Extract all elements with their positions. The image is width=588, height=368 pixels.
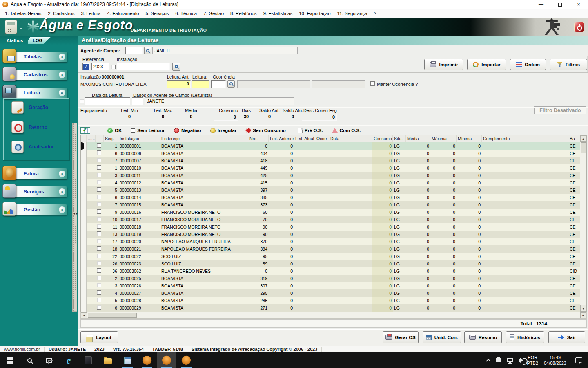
column-header-nro[interactable]: Nro.: [248, 135, 269, 142]
scroll-left-button[interactable]: ◄: [81, 312, 87, 318]
clock[interactable]: 15:4904/08/2023: [544, 355, 566, 366]
table-row[interactable]: 6000000029BOA VISTA27100LG000CE: [81, 304, 586, 312]
manter-ocorrencia-checkbox[interactable]: [370, 81, 375, 86]
log-tab[interactable]: LOG: [28, 37, 51, 44]
checkbox-cell[interactable]: [96, 289, 104, 297]
restore-button[interactable]: [550, 0, 569, 9]
chevron-up-icon[interactable]: »: [59, 90, 65, 96]
scroll-right-button[interactable]: ►: [580, 312, 586, 318]
column-header-seq[interactable]: Seq.: [104, 135, 118, 142]
sidebar-item-geração[interactable]: Geração: [11, 101, 48, 114]
checkbox-cell[interactable]: [96, 142, 104, 150]
chevron-down-icon[interactable]: »: [59, 72, 65, 78]
row-checkbox[interactable]: [97, 261, 101, 265]
table-row[interactable]: 26000000023SCO LUIZ5900LG000CE: [81, 260, 586, 267]
checkbox-cell[interactable]: [96, 194, 104, 201]
taskbar-system-window-icon[interactable]: [118, 352, 137, 368]
referencia-year-input[interactable]: 2023: [91, 63, 109, 70]
row-checkbox[interactable]: [97, 180, 101, 184]
row-checkbox[interactable]: [97, 143, 101, 148]
grid-check-icon[interactable]: [80, 127, 90, 134]
sidebar-item-analisador[interactable]: Analisador: [11, 141, 54, 153]
column-header-endereco[interactable]: Endereço: [160, 135, 248, 142]
chevron-down-icon[interactable]: »: [59, 206, 65, 213]
calculator-icon[interactable]: [5, 20, 17, 34]
row-checkbox[interactable]: [97, 173, 101, 177]
table-row[interactable]: 17000000020NAPOLEAO MARQUES FERREIRA3700…: [81, 238, 586, 245]
menu-item[interactable]: ?: [371, 10, 380, 17]
hist-ricos-button[interactable]: Históricos: [506, 331, 544, 343]
row-checkbox[interactable]: [97, 254, 101, 258]
row-checkbox[interactable]: [97, 187, 101, 192]
table-row[interactable]: 7000000007BOA VISTA41800LG000CE: [81, 157, 586, 164]
column-header-minima[interactable]: Mínima: [457, 135, 482, 142]
column-header-situ[interactable]: Situ.: [393, 135, 406, 142]
language-indicator[interactable]: PORPTB2: [527, 355, 538, 366]
taskbar-fiorilli-app-icon[interactable]: [137, 352, 157, 368]
taskbar-file-explorer-icon[interactable]: [98, 352, 118, 368]
row-checkbox[interactable]: [97, 276, 101, 280]
agente-code-input[interactable]: [125, 47, 143, 54]
column-header-maxima[interactable]: Máxima: [430, 135, 457, 142]
instalacao-checkbox[interactable]: [111, 65, 116, 69]
checkbox-cell[interactable]: [96, 231, 104, 238]
row-checkbox[interactable]: [97, 150, 101, 155]
column-header-leit-anterior[interactable]: Leit. Anterior: [269, 135, 294, 142]
table-row[interactable]: 22000000022SCO LUIZ9500LG000CE: [81, 253, 586, 260]
checkbox-cell[interactable]: [96, 216, 104, 223]
menu-item[interactable]: 4. Faturamento: [104, 10, 142, 17]
resumo-button[interactable]: Resumo: [464, 331, 502, 343]
tray-expand-icon[interactable]: [487, 358, 490, 363]
table-row[interactable]: 3000000011BOA VISTA42500LG000CE: [81, 172, 586, 179]
table-row[interactable]: 1000000010BOA VISTA44900LG000CE: [81, 164, 586, 172]
checkbox-cell[interactable]: [96, 157, 104, 164]
sidebar-item-retorno[interactable]: Retorno: [11, 121, 47, 133]
close-button[interactable]: ×: [569, 0, 588, 9]
checkbox-cell[interactable]: [96, 275, 104, 282]
table-row[interactable]: 5000000028BOA VISTA28500LG000CE: [81, 297, 586, 304]
taskbar-task-view-icon[interactable]: [39, 352, 59, 368]
table-row[interactable]: 1000000001BOA VISTA000LG000CE: [81, 142, 586, 150]
sidebar-group-cadastros[interactable]: Cadastros»: [5, 70, 67, 80]
sidebar-group-serviços[interactable]: Serviços»: [5, 186, 67, 197]
referencia-month-input[interactable]: 7: [82, 63, 90, 70]
column-header-leit-atual[interactable]: Leit. Atual: [294, 135, 315, 142]
leitura-input[interactable]: [192, 80, 209, 88]
checkbox-cell[interactable]: [96, 172, 104, 179]
checkbox-cell[interactable]: [96, 260, 104, 267]
taskbar-fiorilli-app-icon[interactable]: [176, 352, 196, 368]
row-checkbox[interactable]: [97, 224, 101, 229]
taskbar-fiorilli-app-icon[interactable]: [157, 352, 176, 368]
row-checkbox[interactable]: [97, 305, 101, 310]
sidebar-group-gestão[interactable]: Gestão»: [5, 204, 67, 215]
horizontal-scroll-thumb[interactable]: [88, 313, 137, 318]
agente-search-button[interactable]: [144, 47, 151, 54]
column-header-instalacao[interactable]: Instalação: [118, 135, 160, 142]
checkbox-cell[interactable]: [96, 253, 104, 260]
column-header-media[interactable]: Média: [406, 135, 430, 142]
sair-button[interactable]: Sair: [548, 331, 585, 343]
gerar-os-button[interactable]: Gerar OS: [383, 331, 419, 343]
row-checkbox[interactable]: [97, 268, 101, 273]
menu-item[interactable]: 3. Leitura: [78, 10, 104, 17]
checkbox-cell[interactable]: [96, 297, 104, 304]
power-exit-button[interactable]: [574, 22, 584, 32]
vertical-scroll-thumb[interactable]: [581, 142, 586, 153]
network-icon[interactable]: [507, 358, 513, 362]
vertical-scrollbar[interactable]: ▲ ▼: [580, 135, 586, 312]
ocorrencia-input[interactable]: [211, 80, 226, 88]
row-checkbox[interactable]: [97, 158, 101, 162]
sidebar-group-tabelas[interactable]: Tabelas»: [5, 52, 67, 62]
sidebar-splitter[interactable]: ◄►: [72, 123, 77, 312]
column-header-ocorr[interactable]: Ocorr: [315, 135, 329, 142]
menu-item[interactable]: 2. Cadastros: [45, 10, 78, 17]
minimize-button[interactable]: —: [532, 0, 550, 9]
table-row[interactable]: 18000000021NAPOLEAO MARQUES FERREIRA3840…: [81, 245, 586, 253]
row-checkbox[interactable]: [97, 290, 101, 295]
row-checkbox[interactable]: [97, 165, 101, 170]
column-header-complemento[interactable]: Complemento: [482, 135, 568, 142]
table-row[interactable]: 11000000018FRANCISCO MOREIRA NETO9000LG0…: [81, 223, 586, 231]
row-checkbox[interactable]: [97, 283, 101, 287]
checkbox-cell[interactable]: [96, 304, 104, 312]
chevron-down-icon[interactable]: »: [59, 54, 65, 60]
